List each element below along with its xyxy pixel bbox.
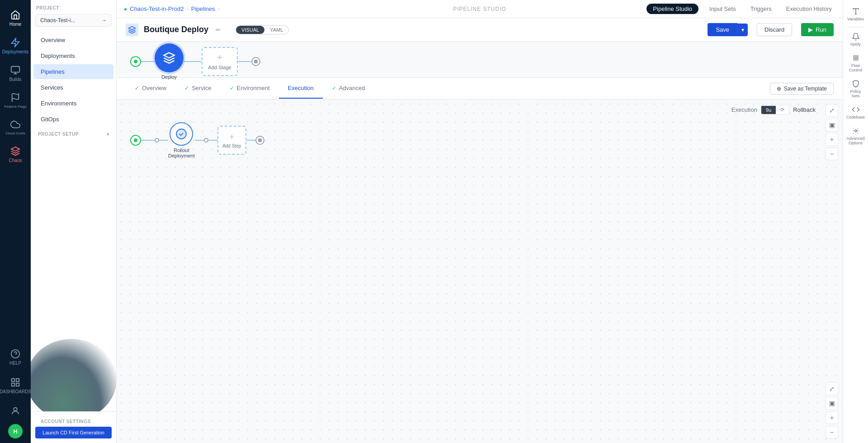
nav-gitops[interactable]: GitOps — [33, 112, 113, 127]
deploy-node[interactable] — [155, 43, 184, 72]
sidebar-icon-home[interactable]: Home — [2, 5, 29, 31]
rollout-node-wrapper: RolloutDeployment — [168, 122, 195, 158]
save-as-template-button[interactable]: ⊕ Save as Template — [770, 83, 834, 95]
expand-canvas-button[interactable]: ⤢ — [826, 104, 838, 117]
tab-environment[interactable]: ✓ Environment — [221, 78, 279, 99]
service-check-icon: ✓ — [184, 85, 189, 91]
tab-advanced[interactable]: ✓ Advanced — [323, 78, 374, 99]
add-step-label: Add Step — [222, 143, 241, 148]
discard-button[interactable]: Discard — [757, 23, 792, 36]
fullscreen-button[interactable]: ⤢ — [826, 382, 838, 395]
tab-execution[interactable]: Execution — [279, 78, 323, 99]
zoom-in-bottom[interactable]: + — [826, 411, 838, 424]
sidebar-label-builds: Builds — [9, 77, 21, 82]
tab-service[interactable]: ✓ Service — [175, 78, 220, 99]
launch-cd-button[interactable]: Launch CD First Generation — [35, 427, 112, 438]
run-icon: ▶ — [808, 26, 813, 33]
policy-sets-label: Policy Sets — [846, 89, 866, 98]
visual-mode-button[interactable]: VISUAL — [236, 26, 264, 34]
nav-environments[interactable]: Environments — [33, 96, 113, 111]
svg-rect-8 — [16, 379, 19, 381]
exec-toggle-switch[interactable]: ⟳ — [776, 105, 789, 114]
canvas-bottom-controls: ⤢ ▣ + − — [826, 382, 838, 438]
breadcrumb-project[interactable]: Chaos-Test-in-Prod2 — [130, 5, 184, 12]
sidebar-icon-cloud-costs[interactable]: Cloud Costs — [2, 115, 29, 140]
nav-panel: Project Chaos-Test-i... → Overview Deplo… — [31, 0, 117, 443]
tab-environment-label: Environment — [237, 85, 270, 91]
account-settings-label: ACCOUNT SETTINGS — [35, 416, 112, 427]
rollout-node-label: RolloutDeployment — [168, 148, 195, 158]
svg-marker-0 — [12, 38, 19, 47]
connector-3 — [238, 61, 251, 62]
rollback-label[interactable]: Rollback — [793, 106, 816, 113]
tab-triggers[interactable]: Triggers — [747, 4, 775, 14]
sidebar-label-cloud-costs: Cloud Costs — [5, 131, 25, 135]
account-avatar[interactable]: H — [8, 424, 23, 438]
add-stage-node[interactable]: + Add Stage — [202, 47, 238, 76]
rollout-start-node — [130, 135, 141, 146]
tab-overview[interactable]: ✓ Overview — [126, 78, 175, 99]
run-button[interactable]: ▶ Run — [801, 23, 834, 36]
nav-services[interactable]: Services — [33, 80, 113, 95]
exec-toggle-execution[interactable]: 9u — [761, 106, 776, 114]
tab-pipeline-studio[interactable]: Pipeline Studio — [646, 4, 698, 14]
breadcrumb-pipelines[interactable]: Pipelines — [191, 5, 215, 12]
end-node-inner — [254, 60, 258, 63]
rollout-connector-2 — [159, 140, 168, 141]
collapse-canvas-button[interactable]: ▣ — [826, 119, 838, 131]
svg-rect-9 — [16, 383, 19, 386]
save-template-icon: ⊕ — [777, 86, 781, 92]
project-selector[interactable]: Chaos-Test-i... → — [35, 14, 112, 27]
flow-control-label: Flow Control — [846, 63, 866, 72]
zoom-in-canvas-button[interactable]: + — [826, 133, 838, 146]
nav-deployments[interactable]: Deployments — [33, 48, 113, 63]
edit-pipeline-icon[interactable]: ✏ — [216, 26, 221, 33]
right-sidebar: Variables Notify Flow Control Policy Set… — [843, 0, 868, 443]
nav-overview[interactable]: Overview — [33, 33, 113, 48]
tab-overview-label: Overview — [142, 85, 166, 91]
rollout-mid-dot — [155, 138, 159, 143]
sidebar-bottom: HELP DASHBOARDS H — [2, 343, 29, 438]
sidebar-icon-account-settings[interactable] — [2, 401, 29, 420]
sidebar-icon-builds[interactable]: Builds — [2, 61, 29, 86]
add-stage-plus-icon: + — [217, 52, 222, 63]
add-step-node[interactable]: + Add Step — [217, 126, 246, 155]
sidebar-icon-feature-flags[interactable]: Feature Flags — [2, 88, 29, 113]
sidebar-icon-help[interactable]: HELP — [2, 344, 29, 370]
advanced-options-label: Advanced Options — [846, 136, 866, 145]
yaml-mode-button[interactable]: YAML — [264, 26, 288, 34]
save-button[interactable]: Save — [708, 23, 737, 36]
svg-rect-10 — [12, 383, 14, 386]
zoom-out-canvas-button[interactable]: − — [826, 148, 838, 160]
save-dropdown-button[interactable]: ▾ — [737, 24, 748, 36]
rollout-flow: RolloutDeployment + Add Step — [130, 122, 264, 158]
save-button-group: Save ▾ — [708, 23, 748, 36]
policy-sets-tool[interactable]: Policy Sets — [844, 76, 868, 102]
fit-button[interactable]: ▣ — [826, 397, 838, 410]
sidebar-icon-chaos[interactable]: Chaos — [2, 142, 29, 167]
tab-input-sets[interactable]: Input Sets — [706, 4, 740, 14]
notify-tool[interactable]: Notify — [844, 29, 868, 50]
sidebar-icon-deployments[interactable]: Deployments — [2, 33, 29, 59]
svg-rect-7 — [12, 379, 14, 381]
variables-tool[interactable]: Variables — [844, 4, 868, 25]
codebase-label: Codebase — [846, 115, 865, 119]
project-setup-header[interactable]: PROJECT SETUP ▾ — [31, 127, 116, 138]
sidebar-label-help: HELP — [9, 361, 21, 366]
sidebar-label-chaos: Chaos — [9, 158, 22, 163]
pipeline-icon — [126, 24, 138, 36]
flow-control-tool[interactable]: Flow Control — [844, 50, 868, 76]
project-header-label: Project — [31, 0, 116, 14]
zoom-out-bottom[interactable]: − — [826, 426, 838, 438]
divider-1 — [848, 27, 864, 27]
connector-2 — [184, 61, 202, 62]
tab-execution-history[interactable]: Execution History — [783, 4, 835, 14]
svg-point-11 — [14, 408, 17, 411]
rollout-deployment-node[interactable] — [170, 122, 193, 146]
nav-pipelines[interactable]: Pipelines — [33, 64, 113, 79]
rollout-connector-3 — [195, 140, 204, 141]
codebase-tool[interactable]: Codebase — [844, 102, 868, 123]
sidebar-icon-dashboards[interactable]: DASHBOARDS — [2, 373, 29, 399]
stage-bar: Deploy + Add Stage — [117, 42, 843, 78]
advanced-options-tool[interactable]: Advanced Options — [844, 123, 868, 149]
